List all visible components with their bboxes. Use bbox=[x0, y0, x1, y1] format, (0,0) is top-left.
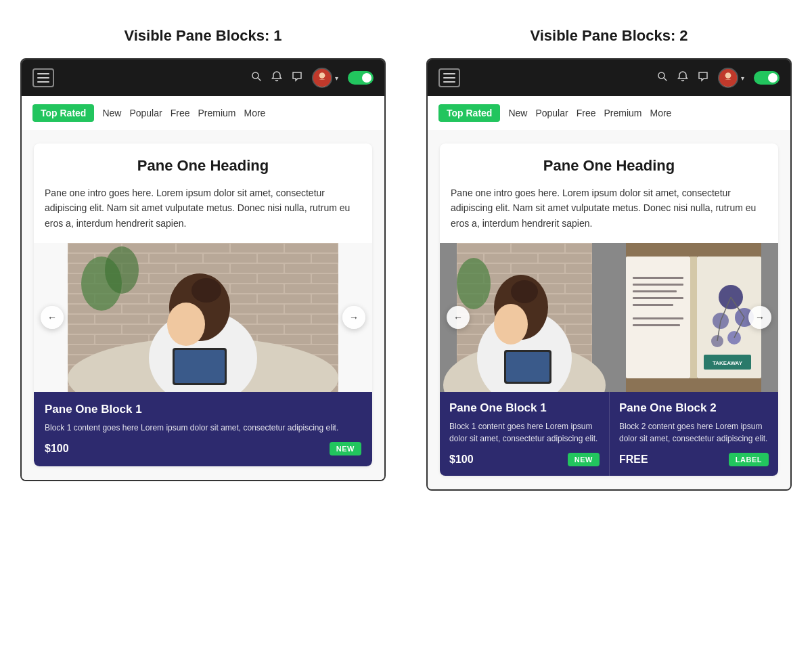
block-price-2-2: FREE bbox=[619, 453, 648, 466]
card-inner-1: Pane One Heading Pane one intro goes her… bbox=[34, 143, 372, 231]
svg-rect-46 bbox=[633, 297, 683, 299]
svg-line-21 bbox=[664, 78, 667, 81]
woman-image-1 bbox=[34, 243, 372, 392]
svg-line-1 bbox=[258, 78, 261, 81]
svg-rect-38 bbox=[506, 352, 549, 382]
block-price-2-1: $100 bbox=[449, 453, 474, 466]
slider-arrow-left-2[interactable]: ← bbox=[447, 306, 470, 329]
navbar-icons-2: ▾ bbox=[657, 68, 780, 88]
block-price-1: $100 bbox=[45, 443, 69, 455]
device-frame-2: ▾ Top Rated New Popular Free Premium Mor… bbox=[426, 58, 792, 491]
search-icon[interactable] bbox=[251, 71, 262, 85]
svg-point-14 bbox=[191, 278, 221, 303]
svg-rect-42 bbox=[690, 257, 697, 378]
svg-rect-44 bbox=[633, 284, 683, 286]
panel-2-title: Visible Pane Blocks: 2 bbox=[530, 27, 687, 45]
toggle-switch-2[interactable] bbox=[754, 71, 780, 85]
block-cards-row-2: Pane One Block 1 Block 1 content goes he… bbox=[440, 392, 778, 476]
pane-heading-1: Pane One Heading bbox=[45, 157, 361, 175]
block-content-1: Block 1 content goes here Lorem ipsum do… bbox=[45, 422, 361, 434]
slider-images-2: TAKEAWAY bbox=[440, 243, 778, 392]
tab-popular-1[interactable]: Popular bbox=[129, 106, 162, 120]
hamburger-line bbox=[443, 73, 455, 74]
svg-point-3 bbox=[319, 72, 325, 79]
avatar-container-1[interactable]: ▾ bbox=[312, 68, 338, 88]
svg-point-35 bbox=[494, 304, 528, 344]
tab-new-2[interactable]: New bbox=[508, 106, 527, 120]
svg-rect-19 bbox=[175, 350, 225, 383]
content-area-1: Pane One Heading Pane one intro goes her… bbox=[22, 130, 384, 480]
pane-intro-1: Pane one intro goes here. Lorem ipsum do… bbox=[45, 185, 361, 231]
toggle-switch-1[interactable] bbox=[348, 71, 374, 85]
hamburger-button-1[interactable] bbox=[32, 68, 54, 87]
slider-arrow-right-2[interactable]: → bbox=[748, 306, 771, 329]
chat-icon-2[interactable] bbox=[698, 71, 708, 85]
svg-rect-48 bbox=[633, 317, 683, 319]
svg-point-15 bbox=[167, 303, 205, 346]
page-wrapper: Visible Pane Blocks: 1 bbox=[20, 27, 792, 491]
tab-new-1[interactable]: New bbox=[102, 106, 121, 120]
avatar-container-2[interactable]: ▾ bbox=[718, 68, 744, 88]
svg-point-34 bbox=[511, 280, 538, 303]
block-badge-1: NEW bbox=[330, 442, 361, 455]
hamburger-line bbox=[443, 81, 455, 83]
tab-premium-1[interactable]: Premium bbox=[198, 106, 235, 120]
panel-1-title: Visible Pane Blocks: 1 bbox=[124, 27, 281, 45]
pane-heading-2: Pane One Heading bbox=[451, 157, 767, 175]
block-title-1: Pane One Block 1 bbox=[45, 403, 361, 416]
slider-arrow-left-1[interactable]: ← bbox=[41, 306, 64, 329]
hamburger-line bbox=[37, 77, 49, 79]
card-wrapper-2: Pane One Heading Pane one intro goes her… bbox=[440, 143, 778, 476]
svg-rect-47 bbox=[633, 304, 673, 306]
device-frame-1: ▾ Top Rated New Popular Free Premium Mor… bbox=[20, 58, 386, 481]
svg-point-23 bbox=[725, 72, 731, 79]
block-footer-1: $100 NEW bbox=[45, 442, 361, 455]
block-badge-2-1: NEW bbox=[568, 453, 600, 466]
avatar-caret-1: ▾ bbox=[335, 74, 338, 82]
block-title-2-1: Pane One Block 1 bbox=[449, 401, 600, 415]
slider-images-1 bbox=[34, 243, 372, 392]
panel-2-section: Visible Pane Blocks: 2 bbox=[426, 27, 792, 491]
pane-intro-2: Pane one intro goes here. Lorem ipsum do… bbox=[451, 185, 767, 231]
svg-text:TAKEAWAY: TAKEAWAY bbox=[713, 360, 743, 366]
card-inner-2: Pane One Heading Pane one intro goes her… bbox=[440, 143, 778, 231]
tab-popular-2[interactable]: Popular bbox=[535, 106, 568, 120]
search-icon-2[interactable] bbox=[657, 71, 668, 85]
slider-2: TAKEAWAY ← → bbox=[440, 243, 778, 392]
hamburger-button-2[interactable] bbox=[438, 68, 460, 87]
toggle-knob-2 bbox=[768, 73, 777, 83]
tab-top-rated-1[interactable]: Top Rated bbox=[32, 104, 94, 122]
block-content-2-1: Block 1 content goes here Lorem ipsum do… bbox=[449, 420, 600, 445]
block-title-2-2: Pane One Block 2 bbox=[619, 401, 769, 415]
svg-point-36 bbox=[457, 258, 491, 309]
bell-icon[interactable] bbox=[271, 71, 282, 85]
card-wrapper-1: Pane One Heading Pane one intro goes her… bbox=[34, 143, 372, 466]
bell-icon-2[interactable] bbox=[677, 71, 688, 85]
navbar-icons-1: ▾ bbox=[251, 68, 374, 88]
panel-1-section: Visible Pane Blocks: 1 bbox=[20, 27, 386, 491]
block-footer-2-1: $100 NEW bbox=[449, 453, 600, 466]
hamburger-line bbox=[443, 77, 455, 79]
navbar-1: ▾ bbox=[22, 60, 384, 96]
content-area-2: Pane One Heading Pane one intro goes her… bbox=[428, 130, 790, 489]
avatar-1 bbox=[312, 68, 332, 88]
tab-more-2[interactable]: More bbox=[650, 106, 672, 120]
chat-icon[interactable] bbox=[292, 71, 302, 85]
block-badge-2-2: Label bbox=[729, 453, 769, 466]
svg-point-17 bbox=[105, 246, 139, 294]
hamburger-line bbox=[37, 73, 49, 74]
slider-arrow-right-1[interactable]: → bbox=[342, 306, 365, 329]
tab-more-1[interactable]: More bbox=[244, 106, 266, 120]
tab-premium-2[interactable]: Premium bbox=[604, 106, 641, 120]
svg-rect-49 bbox=[633, 324, 680, 326]
block-card-2-2: Pane One Block 2 Block 2 content goes he… bbox=[609, 392, 778, 476]
tab-free-1[interactable]: Free bbox=[171, 106, 190, 120]
block-footer-2-2: FREE Label bbox=[619, 453, 769, 466]
tab-top-rated-2[interactable]: Top Rated bbox=[438, 104, 500, 122]
svg-rect-43 bbox=[633, 277, 683, 279]
toggle-knob-1 bbox=[362, 73, 371, 83]
block-content-2-2: Block 2 content goes here Lorem ipsum do… bbox=[619, 420, 769, 445]
svg-rect-5 bbox=[313, 80, 331, 87]
tab-free-2[interactable]: Free bbox=[577, 106, 596, 120]
avatar-caret-2: ▾ bbox=[741, 74, 744, 82]
